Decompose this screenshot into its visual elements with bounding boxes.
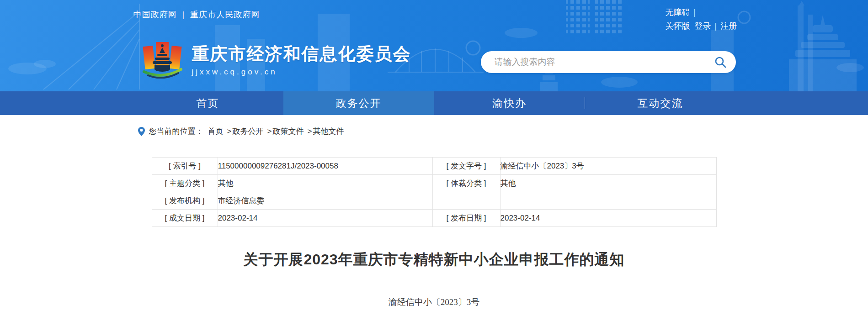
separator: | [694, 8, 696, 17]
link-login[interactable]: 登录 [695, 21, 711, 31]
meta-value-written-date: 2023-02-14 [218, 210, 432, 227]
breadcrumb-separator: > [267, 127, 272, 136]
separator: | [715, 21, 717, 31]
meta-label-issuing-agency: [ 发布机构 ] [152, 192, 218, 210]
search-button[interactable] [713, 54, 729, 70]
doc-number: 渝经信中小〔2023〕3号 [0, 296, 868, 308]
link-china-gov[interactable]: 中国政府网 [133, 10, 177, 19]
site-title: 重庆市经济和信息化委员会 [192, 45, 411, 64]
nav-item-yukuaiban[interactable]: 渝快办 [434, 91, 585, 115]
site-header: 中国政府网|重庆市人民政府网 无障碍| 关怀版登录|注册 [0, 0, 868, 91]
nav-item-home[interactable]: 首页 [133, 91, 283, 115]
meta-value-issuing-agency: 市经济信息委 [218, 192, 432, 210]
site-url: jjxxw.cq.gov.cn [192, 68, 411, 77]
article-title: 关于开展2023年重庆市专精特新中小企业申报工作的通知 [114, 250, 754, 270]
location-pin-icon [138, 127, 145, 136]
search-box [481, 51, 736, 73]
nav-item-label: 互动交流 [638, 96, 683, 111]
utility-line-2: 关怀版登录|注册 [666, 19, 737, 33]
table-row: [ 索引号 ] 11500000009276281J/2023-00058 [ … [152, 158, 716, 175]
breadcrumb: 您当前的位置： 首页 > 政务公开 > 政策文件 > 其他文件 [133, 126, 736, 137]
meta-label-genre-category: [ 体裁分类 ] [432, 175, 500, 192]
gov-links: 中国政府网|重庆市人民政府网 [133, 9, 260, 20]
nav-item-gov-affairs[interactable]: 政务公开 [283, 91, 434, 115]
meta-value-genre-category: 其他 [500, 175, 716, 192]
link-register[interactable]: 注册 [720, 21, 737, 31]
breadcrumb-item-home[interactable]: 首页 [208, 126, 224, 137]
meta-value-topic-category: 其他 [218, 175, 432, 192]
breadcrumb-separator: > [307, 127, 312, 136]
utility-line-1: 无障碍| [666, 5, 737, 19]
search-icon [714, 56, 727, 68]
brand-text: 重庆市经济和信息化委员会 jjxxw.cq.gov.cn [192, 40, 411, 77]
meta-value-index-no: 11500000009276281J/2023-00058 [218, 158, 432, 175]
page: 中国政府网|重庆市人民政府网 无障碍| 关怀版登录|注册 [0, 0, 868, 321]
link-accessibility[interactable]: 无障碍 [666, 8, 690, 17]
link-care-version[interactable]: 关怀版 [666, 21, 690, 31]
link-chongqing-gov[interactable]: 重庆市人民政府网 [190, 10, 260, 19]
utility-links: 无障碍| 关怀版登录|注册 [666, 5, 737, 33]
meta-label-empty [432, 192, 500, 210]
search-input[interactable] [494, 57, 713, 68]
doc-meta-table: [ 索引号 ] 11500000009276281J/2023-00058 [ … [152, 157, 717, 227]
meta-value-publish-date: 2023-02-14 [500, 210, 716, 227]
meta-value-empty [500, 192, 716, 210]
site-brand[interactable]: 重庆市经济和信息化委员会 jjxxw.cq.gov.cn [141, 40, 411, 79]
separator: | [182, 10, 185, 19]
nav-item-label: 渝快办 [492, 96, 527, 111]
nav-item-label: 首页 [197, 96, 219, 111]
breadcrumb-item-policy-docs[interactable]: 政策文件 [272, 126, 304, 137]
breadcrumb-item-other-docs[interactable]: 其他文件 [313, 126, 344, 137]
site-logo-icon [141, 40, 184, 79]
table-row: [ 发布机构 ] 市经济信息委 [152, 192, 716, 210]
table-row: [ 成文日期 ] 2023-02-14 [ 发布日期 ] 2023-02-14 [152, 210, 716, 227]
breadcrumb-separator: > [227, 127, 232, 136]
nav-item-interaction[interactable]: 互动交流 [585, 91, 736, 115]
nav-item-label: 政务公开 [336, 96, 382, 111]
meta-label-topic-category: [ 主题分类 ] [152, 175, 218, 192]
meta-label-doc-no: [ 发文字号 ] [432, 158, 500, 175]
meta-label-index-no: [ 索引号 ] [152, 158, 218, 175]
table-row: [ 主题分类 ] 其他 [ 体裁分类 ] 其他 [152, 175, 716, 192]
breadcrumb-item-gov-affairs[interactable]: 政务公开 [232, 126, 263, 137]
meta-value-doc-no: 渝经信中小〔2023〕3号 [500, 158, 716, 175]
meta-label-written-date: [ 成文日期 ] [152, 210, 218, 227]
main-nav: 首页 政务公开 渝快办 互动交流 [0, 91, 868, 115]
meta-label-publish-date: [ 发布日期 ] [432, 210, 500, 227]
breadcrumb-prefix: 您当前的位置： [149, 126, 203, 137]
